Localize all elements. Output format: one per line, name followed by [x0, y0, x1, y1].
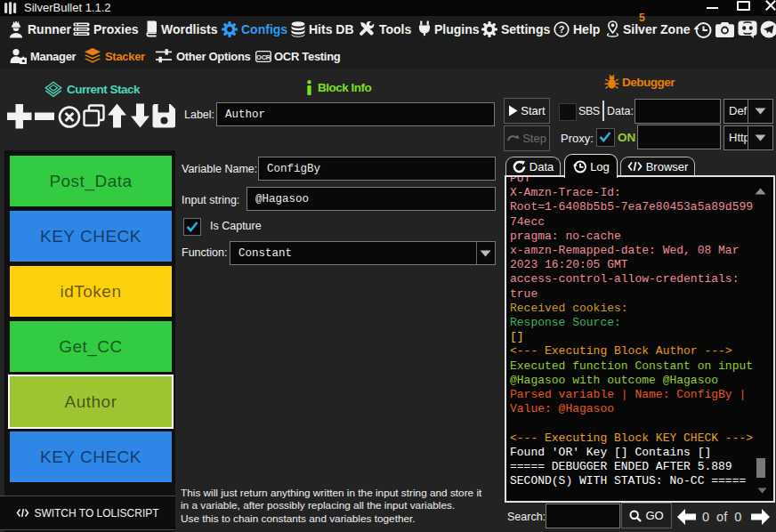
- svg-text:?: ?: [559, 24, 565, 35]
- svg-text:OCR: OCR: [256, 53, 271, 61]
